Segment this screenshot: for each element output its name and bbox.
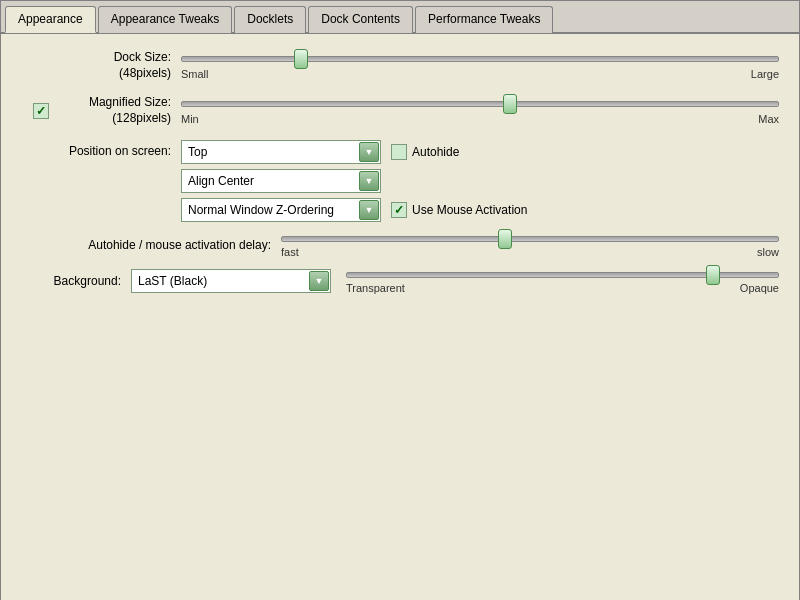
use-mouse-checkbox[interactable]: [391, 202, 407, 218]
magnified-size-row: Magnified Size: (128pixels) Min Max: [21, 95, 779, 126]
ordering-select-wrap: Normal Window Z-Ordering Always on Top A…: [181, 198, 381, 222]
magnified-size-label: Magnified Size: (128pixels): [61, 95, 181, 126]
magnified-checkbox-col: [21, 103, 61, 119]
background-controls: LaST (Black) None White Blue Transparent…: [131, 268, 779, 294]
dock-size-label: Dock Size: (48pixels): [21, 50, 181, 81]
tab-docklets[interactable]: Docklets: [234, 6, 306, 33]
dock-size-thumb[interactable]: [294, 49, 308, 69]
magnified-size-labels: Min Max: [181, 113, 779, 125]
align-select-wrap: Align Center Align Left Align Right: [181, 169, 381, 193]
position-select-wrap: Top Bottom Left Right: [181, 140, 381, 164]
autohide-delay-label: Autohide / mouse activation delay:: [21, 238, 281, 252]
tab-content: Dock Size: (48pixels) Small Large Magnif…: [1, 34, 799, 600]
tab-dock-contents[interactable]: Dock Contents: [308, 6, 413, 33]
autohide-fast-label: fast: [281, 246, 299, 258]
tab-bar: Appearance Appearance Tweaks Docklets Do…: [1, 1, 799, 34]
background-section: Background: LaST (Black) None White Blue: [21, 268, 779, 294]
transparent-label: Transparent: [346, 282, 405, 294]
background-select[interactable]: LaST (Black) None White Blue: [131, 269, 331, 293]
magnified-max-label: Max: [758, 113, 779, 125]
opaque-label: Opaque: [740, 282, 779, 294]
tab-appearance-tweaks[interactable]: Appearance Tweaks: [98, 6, 233, 33]
magnified-size-checkbox[interactable]: [33, 103, 49, 119]
dock-size-labels: Small Large: [181, 68, 779, 80]
position-section: Position on screen: Top Bottom Left Righ…: [21, 140, 779, 222]
autohide-wrap: Autohide: [391, 144, 459, 160]
autohide-slow-label: slow: [757, 246, 779, 258]
ordering-select[interactable]: Normal Window Z-Ordering Always on Top A…: [181, 198, 381, 222]
background-track[interactable]: [346, 272, 779, 278]
position-select[interactable]: Top Bottom Left Right: [181, 140, 381, 164]
dock-size-small-label: Small: [181, 68, 209, 80]
autohide-label: Autohide: [412, 145, 459, 159]
dock-size-large-label: Large: [751, 68, 779, 80]
background-label: Background:: [21, 274, 131, 288]
dock-size-slider-wrap: Small Large: [181, 52, 779, 80]
use-mouse-wrap: Use Mouse Activation: [391, 202, 527, 218]
background-thumb[interactable]: [706, 265, 720, 285]
position-row-1: Top Bottom Left Right Autohide: [181, 140, 527, 164]
main-window: Appearance Appearance Tweaks Docklets Do…: [0, 0, 800, 600]
dock-size-row: Dock Size: (48pixels) Small Large: [21, 50, 779, 81]
position-row-2: Align Center Align Left Align Right: [181, 169, 527, 193]
magnified-size-slider-wrap: Min Max: [181, 97, 779, 125]
autohide-delay-section: Autohide / mouse activation delay: fast …: [21, 232, 779, 258]
autohide-delay-labels: fast slow: [281, 246, 779, 258]
autohide-delay-slider-wrap: fast slow: [281, 232, 779, 258]
tab-performance-tweaks[interactable]: Performance Tweaks: [415, 6, 554, 33]
magnified-size-track[interactable]: [181, 101, 779, 107]
position-label: Position on screen:: [21, 140, 181, 158]
use-mouse-label: Use Mouse Activation: [412, 203, 527, 217]
position-row-3: Normal Window Z-Ordering Always on Top A…: [181, 198, 527, 222]
magnified-size-thumb[interactable]: [503, 94, 517, 114]
autohide-delay-track[interactable]: [281, 236, 779, 242]
autohide-delay-thumb[interactable]: [498, 229, 512, 249]
magnified-min-label: Min: [181, 113, 199, 125]
background-slider-wrap: Transparent Opaque: [346, 268, 779, 294]
autohide-checkbox[interactable]: [391, 144, 407, 160]
position-controls: Top Bottom Left Right Autohide: [181, 140, 527, 222]
tab-appearance[interactable]: Appearance: [5, 6, 96, 33]
dock-size-track[interactable]: [181, 56, 779, 62]
align-select[interactable]: Align Center Align Left Align Right: [181, 169, 381, 193]
background-select-wrap: LaST (Black) None White Blue: [131, 269, 331, 293]
